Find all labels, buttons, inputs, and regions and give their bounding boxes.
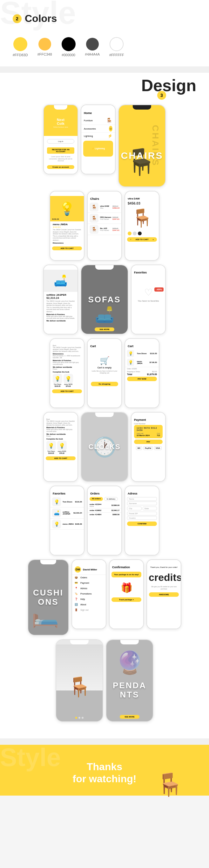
fav-item-3[interactable]: 💡 menu JWDA $109.36 xyxy=(50,519,84,530)
menu-payment[interactable]: 💳 Payment xyxy=(72,580,106,586)
phone-cushions: 🛏️ CUSHIONS xyxy=(28,559,69,636)
add-cart-vitra[interactable]: ADD TO CART xyxy=(135,239,148,241)
look-item-2[interactable]: 💡 xyxy=(63,374,73,383)
fav-item-2[interactable]: 🛋️ softline JASPER $2,310.24 xyxy=(50,507,84,519)
notch xyxy=(142,265,155,270)
country-field[interactable]: Country xyxy=(127,516,157,520)
oid2: order #19902 xyxy=(90,509,101,512)
design-badge: 3 xyxy=(157,91,166,100)
ci2-price: $7.09.30 xyxy=(150,362,157,363)
pay-now-btn[interactable]: PAY NOW xyxy=(127,377,157,381)
add-cart-btn-b[interactable]: ADD TO CART xyxy=(46,456,76,460)
confirm-address-btn[interactable]: CONFIRM xyxy=(127,522,157,526)
color-opt-yellow[interactable] xyxy=(128,231,131,235)
pay-btn[interactable]: PAY xyxy=(134,439,162,444)
product-vitra[interactable]: 🪑 vitra DAW Vitra $503.14 $456.03 xyxy=(88,202,121,213)
add-to-cart-btn[interactable]: ADD TO CART xyxy=(52,246,82,250)
menu-about[interactable]: ℹ️ About xyxy=(72,602,106,607)
orders-tab-1[interactable]: All orders xyxy=(90,497,103,501)
name-field[interactable]: Name xyxy=(127,497,157,501)
cat-furniture[interactable]: Furniture 🪑 xyxy=(81,117,115,125)
cvv-val: 712 xyxy=(157,434,160,436)
oprice3: $698.56 xyxy=(113,514,119,516)
product-img-2: 🪑 xyxy=(90,214,98,223)
register-label: REGISTER FOR AN ACCOUNT xyxy=(47,147,74,154)
notch xyxy=(135,339,149,343)
pendants-text: PENDANTS xyxy=(113,681,146,699)
jasper-name: softline JASPER xyxy=(47,293,75,296)
o-status-1: Active xyxy=(90,505,101,507)
pendants-see-more[interactable]: SEE MORE xyxy=(120,715,140,719)
cart-empty-icon: 🛒 xyxy=(100,356,110,365)
look-b-2[interactable]: 💡 xyxy=(57,441,67,451)
city-field[interactable]: City xyxy=(127,506,142,510)
surname-field[interactable]: Surname xyxy=(127,501,157,505)
fav-p1: Tom Dixon xyxy=(63,501,75,503)
total-row: Total $1,879.09 xyxy=(125,373,159,376)
brand-tagline: Online furniture store xyxy=(53,126,68,128)
see-more-btn[interactable]: SEE MORE xyxy=(95,328,114,331)
track-btn[interactable]: Track package > xyxy=(112,597,141,602)
awesome-btn[interactable]: AWESOME xyxy=(149,592,179,597)
product-img-3: 🪑 xyxy=(90,225,98,234)
promo-icon: 🏷️ xyxy=(74,592,79,595)
notch xyxy=(95,265,114,270)
visa-icon: VISA xyxy=(154,446,162,450)
expiry-val: 10 March 2024 xyxy=(137,434,150,436)
design-section: Design 3 NextColk Online furniture store… xyxy=(0,73,209,738)
order-item-3[interactable]: order #14994 $698.56 xyxy=(88,513,121,517)
color-label-4: #4A4A4A xyxy=(85,53,100,56)
look-item-1[interactable]: 💡 xyxy=(53,374,62,383)
phone-sofas: 🛋️ SOFAS SEE MORE xyxy=(81,265,128,335)
look-b-1[interactable]: 💡 xyxy=(47,441,56,451)
payment-title: Payment xyxy=(131,417,165,423)
phone-complete-look-b: Back The JWDA Console Lamp from Swedish … xyxy=(43,412,78,482)
menu-help[interactable]: ❓ Help xyxy=(72,596,106,602)
product-frs[interactable]: 🪑 FRS Hansen Fritz Hansen $396.50 $347.6… xyxy=(88,213,121,224)
state-field[interactable]: State xyxy=(143,506,157,510)
menu-orders[interactable]: 📦 Orders xyxy=(72,575,106,580)
menu-signout[interactable]: 🚪 Sign out xyxy=(72,607,106,613)
notch xyxy=(54,105,67,110)
login-btn-display: Log in xyxy=(47,139,74,144)
desc-text: The JWDA Console Lamp from Swedish desig… xyxy=(53,346,81,352)
order-item-2[interactable]: order #19902 $1340.17 xyxy=(88,508,121,513)
footer-table-icon: 🪑 xyxy=(156,773,184,796)
phone-orders: Orders All orders In delivery order #233… xyxy=(87,486,122,556)
phone-address: Adress Name Surname City State Postal ZI… xyxy=(124,486,159,556)
product-a23[interactable]: 🪑 No. A23 Fritz Hansen $395.90 $347.61 xyxy=(88,224,121,235)
banner-text: ⚡ Lightning xyxy=(91,147,105,150)
orders-tab-2[interactable]: In delivery xyxy=(104,497,118,501)
color-opt-black[interactable] xyxy=(138,231,142,235)
qty-minus[interactable]: − xyxy=(130,239,131,241)
fav-img-1: 💡 xyxy=(52,497,61,506)
footer-line1: Thanks xyxy=(13,761,196,773)
zip-field[interactable]: Postal ZIP xyxy=(127,512,157,516)
create-account-btn[interactable]: Create an account xyxy=(47,165,74,169)
phone-fav-full: Favorites 💡 Tom Dixon $110.25 🛋️ softlin… xyxy=(50,486,85,556)
mat-value: White gum gloss finish with light gray c… xyxy=(53,362,81,365)
menu-address[interactable]: 📍 Adress xyxy=(72,586,106,591)
complete-b-label: Complete the look xyxy=(47,438,75,440)
pendant-img: 🔮 xyxy=(116,650,144,676)
notch xyxy=(54,412,67,417)
menu-promotions[interactable]: 🏷️ Promotions xyxy=(72,591,106,596)
section-divider-2 xyxy=(0,738,209,745)
go-shopping-btn[interactable]: Go shopping xyxy=(91,382,118,386)
add-cart-btn-a[interactable]: ADD TO CART xyxy=(52,390,82,393)
categories-title: Home xyxy=(81,110,115,117)
notch xyxy=(82,560,96,564)
cat-accessories[interactable]: Accessories ○ xyxy=(81,125,115,133)
color-circle-5 xyxy=(110,37,124,51)
phone-categories: Home Furniture 🪑 Accessories ○ Lightning… xyxy=(81,104,116,174)
qty-plus[interactable]: + xyxy=(152,239,154,241)
order-item-1[interactable]: order #23344 Active $1598.00 xyxy=(88,502,121,508)
color-label-1: #FFD83D xyxy=(13,53,28,57)
color-label-5: #FFFFFF xyxy=(109,53,124,57)
fav-title: Favorites xyxy=(131,270,165,275)
color-opt-gray[interactable] xyxy=(133,231,137,235)
cat-lightning[interactable]: Lightning ⚡ xyxy=(81,133,115,140)
color-label-3: #000000 xyxy=(62,53,75,57)
jwda-name: menu JWDA xyxy=(53,223,81,226)
fav-item-1[interactable]: 💡 Tom Dixon $110.25 xyxy=(50,496,84,507)
